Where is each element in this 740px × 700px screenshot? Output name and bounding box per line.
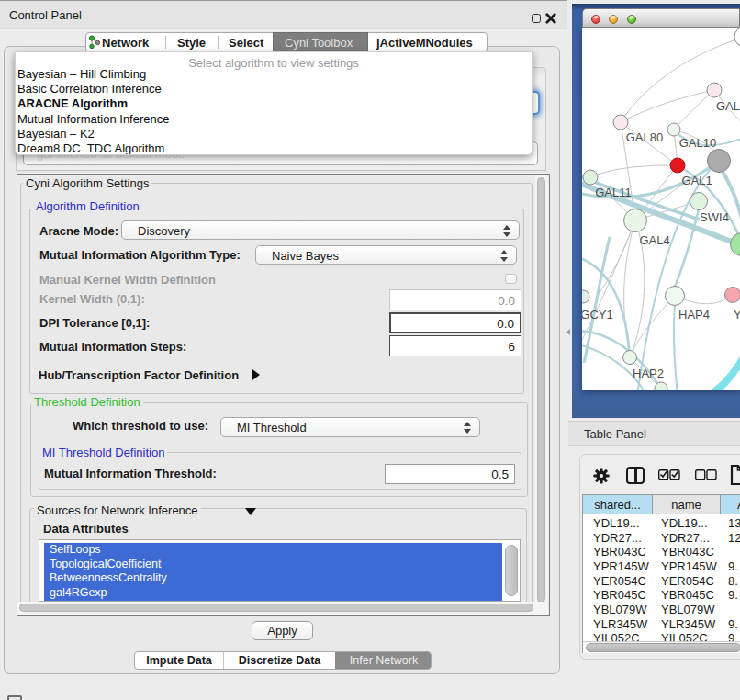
svg-text:HAP4: HAP4 <box>678 308 710 322</box>
svg-text:GAL4: GAL4 <box>639 233 669 247</box>
svg-text:GAL11: GAL11 <box>595 186 632 199</box>
svg-text:GAL80: GAL80 <box>626 130 663 144</box>
svg-text:GAL1: GAL1 <box>681 174 712 187</box>
svg-text:GCY1: GCY1 <box>582 308 613 322</box>
svg-text:GAL7: GAL7 <box>716 99 740 113</box>
svg-text:YM: YM <box>734 308 740 322</box>
svg-text:HAP2: HAP2 <box>633 367 664 380</box>
svg-text:GAL10: GAL10 <box>679 136 716 150</box>
svg-text:SWI4: SWI4 <box>700 210 729 224</box>
